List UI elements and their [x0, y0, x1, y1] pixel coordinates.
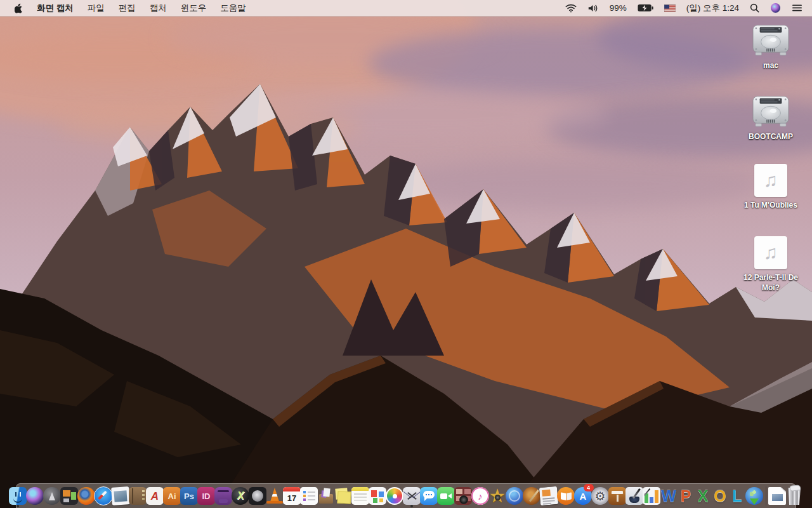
- menu-window[interactable]: 윈도우: [174, 0, 214, 16]
- dock-outlook[interactable]: O: [712, 484, 729, 508]
- illustrator-glyph: Ai: [168, 492, 176, 500]
- system-preferences-glyph: ⚙: [594, 490, 605, 502]
- dock-illustrator[interactable]: Ai: [164, 484, 181, 508]
- dock-photoshop[interactable]: Ps: [181, 484, 198, 508]
- desktop-icon-bootcamp[interactable]: BOOTCAMP: [740, 94, 801, 142]
- dock-xbench[interactable]: X: [232, 484, 249, 508]
- dock: AAiPsIDX17♪★A4⚙WPXOL: [16, 483, 796, 508]
- dock-stickies[interactable]: [335, 484, 352, 508]
- dock-firefox[interactable]: [78, 484, 95, 508]
- dock-unarchiver[interactable]: [318, 484, 335, 508]
- excel-icon: X: [694, 487, 712, 505]
- spotlight-search-icon: [750, 3, 759, 13]
- dock-idvd[interactable]: [506, 484, 523, 508]
- dock-photo-booth[interactable]: [455, 484, 472, 508]
- dock-contacts[interactable]: [129, 484, 147, 508]
- dock-acrobat[interactable]: A: [147, 484, 164, 508]
- dock-notes[interactable]: [352, 484, 369, 508]
- idvd-icon: [506, 487, 523, 505]
- menu-capture[interactable]: 캡처: [143, 0, 174, 16]
- dock-photos[interactable]: [386, 484, 403, 508]
- volume-icon: [587, 4, 599, 13]
- dock-document-file[interactable]: [769, 484, 786, 508]
- stickies-icon: [334, 487, 352, 505]
- dock-trash[interactable]: [786, 484, 803, 508]
- apple-menu[interactable]: [8, 0, 30, 16]
- dock-facetime[interactable]: [438, 484, 455, 508]
- dock-ibooks[interactable]: [558, 484, 575, 508]
- dock-iweb[interactable]: [540, 484, 558, 508]
- desktop-icon-parle-t-il-de-moi[interactable]: ♫ 12 Parle-T-Il De Moi?: [740, 236, 801, 293]
- dock-launchpad[interactable]: [44, 484, 61, 508]
- dock-preview[interactable]: [112, 484, 129, 508]
- dock-garageband[interactable]: [523, 484, 540, 508]
- xbench-icon: X: [232, 487, 249, 505]
- dock-indesign[interactable]: ID: [198, 484, 215, 508]
- dock-messages[interactable]: [421, 484, 438, 508]
- photos-icon: [386, 487, 403, 505]
- excel-glyph: X: [698, 488, 709, 504]
- dock-excel[interactable]: X: [695, 484, 712, 508]
- dock-keynote[interactable]: [609, 484, 626, 508]
- reminders-icon: [300, 487, 318, 505]
- siri-icon: [770, 3, 781, 13]
- siri-icon: [26, 487, 44, 505]
- photoshop-icon: Ps: [180, 487, 198, 505]
- desktop-icon-mac[interactable]: mac: [740, 23, 801, 70]
- audio-file-icon: ♫: [754, 236, 787, 269]
- dock-documents[interactable]: [369, 484, 386, 508]
- input-source-menu[interactable]: [661, 0, 679, 16]
- desktop-icon-tu-moublies[interactable]: ♫ 1 Tu M'Oublies: [740, 164, 801, 210]
- itunes-icon: ♪: [471, 487, 489, 505]
- dock-reminders[interactable]: [301, 484, 318, 508]
- menu-file[interactable]: 파일: [81, 0, 112, 16]
- dock-app-store[interactable]: A4: [575, 484, 592, 508]
- finder-running-indicator: [16, 505, 19, 507]
- dock-word[interactable]: W: [660, 484, 678, 508]
- audio-file-icon: ♫: [754, 164, 787, 197]
- indesign-glyph: ID: [202, 492, 211, 500]
- dock-imovie[interactable]: ★: [489, 484, 506, 508]
- clock[interactable]: (일) 오후 1:24: [683, 0, 742, 16]
- battery-percent: 99%: [606, 0, 630, 16]
- dock-lync[interactable]: L: [729, 484, 746, 508]
- calendar-glyph: 17: [287, 494, 296, 502]
- menu-help[interactable]: 도움말: [213, 0, 253, 16]
- dock-mission-control[interactable]: [61, 484, 78, 508]
- mission-control-icon: [60, 487, 78, 505]
- dock-screen-capture[interactable]: [403, 484, 421, 508]
- siri-menu[interactable]: [767, 0, 784, 16]
- dock-vlc[interactable]: [266, 484, 284, 508]
- music-note-icon: ♫: [764, 243, 778, 262]
- volume-menu[interactable]: [584, 0, 602, 16]
- dock-powerpoint[interactable]: P: [678, 484, 695, 508]
- word-glyph: W: [661, 488, 676, 504]
- dock-toast[interactable]: [215, 484, 232, 508]
- apple-logo-icon: [15, 3, 23, 13]
- unarchiver-icon: [317, 487, 335, 505]
- powerpoint-glyph: P: [681, 488, 691, 504]
- dock-pages[interactable]: [626, 484, 643, 508]
- dock-system-preferences[interactable]: ⚙: [592, 484, 609, 508]
- contacts-icon: [129, 487, 147, 505]
- facetime-icon: [437, 487, 455, 505]
- dock-itunes[interactable]: ♪: [472, 484, 489, 508]
- spotlight-menu[interactable]: [747, 0, 763, 16]
- app-menu-title[interactable]: 화면 캡처: [30, 0, 81, 16]
- menu-edit[interactable]: 편집: [112, 0, 143, 16]
- hard-drive-icon: [751, 94, 790, 128]
- dock-disk-tool[interactable]: [249, 484, 266, 508]
- dock-siri[interactable]: [27, 484, 44, 508]
- dock-safari[interactable]: [95, 484, 112, 508]
- dock-numbers[interactable]: [643, 484, 660, 508]
- battery-menu[interactable]: [634, 0, 657, 16]
- dock-finder[interactable]: [10, 484, 27, 508]
- wifi-menu[interactable]: [562, 0, 580, 16]
- dock-calendar[interactable]: 17: [284, 484, 301, 508]
- screen-capture-icon: [403, 487, 421, 505]
- disk-tool-icon: [249, 487, 266, 505]
- app-store-badge: 4: [584, 484, 594, 491]
- dock-downloader[interactable]: [746, 484, 763, 508]
- notification-center-menu[interactable]: [789, 0, 806, 16]
- illustrator-icon: Ai: [163, 487, 181, 505]
